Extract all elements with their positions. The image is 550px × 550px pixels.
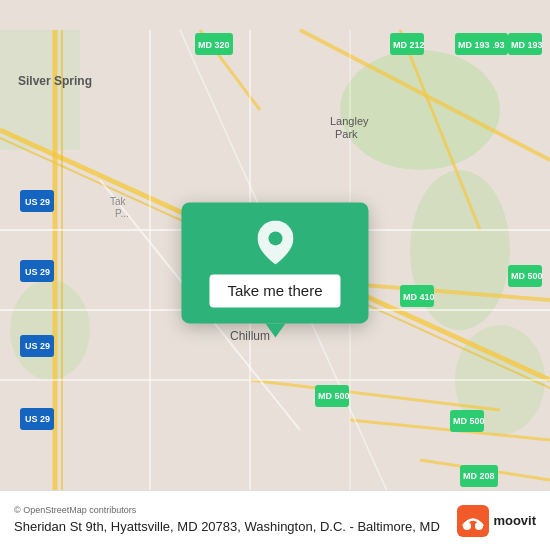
svg-text:P...: P... (115, 208, 129, 219)
svg-text:MD 193: MD 193 (511, 40, 543, 50)
svg-rect-4 (0, 30, 80, 150)
svg-text:Silver Spring: Silver Spring (18, 74, 92, 88)
svg-text:MD 500: MD 500 (511, 271, 543, 281)
svg-text:Tak: Tak (110, 196, 127, 207)
svg-text:Langley: Langley (330, 115, 369, 127)
svg-text:Park: Park (335, 128, 358, 140)
moovit-icon (457, 505, 489, 537)
svg-point-1 (340, 50, 500, 170)
svg-text:US 29: US 29 (25, 267, 50, 277)
location-pin-icon (257, 220, 293, 264)
svg-text:MD 193: MD 193 (458, 40, 490, 50)
map-container: US 29 US 29 US 29 US 29 MD 320 MD 193 MD… (0, 0, 550, 550)
popup-card: Take me there (181, 202, 368, 323)
moovit-logo: moovit (457, 505, 536, 537)
svg-point-55 (268, 231, 282, 245)
svg-text:MD 212: MD 212 (393, 40, 425, 50)
svg-text:MD 208: MD 208 (463, 471, 495, 481)
popup-tail (265, 323, 285, 337)
svg-text:US 29: US 29 (25, 197, 50, 207)
take-me-there-button[interactable]: Take me there (209, 274, 340, 307)
svg-text:US 29: US 29 (25, 341, 50, 351)
svg-rect-56 (457, 505, 489, 537)
svg-text:MD 500: MD 500 (453, 416, 485, 426)
address-label: Sheridan St 9th, Hyattsville, MD 20783, … (14, 518, 447, 536)
moovit-label: moovit (493, 513, 536, 528)
map-attribution: © OpenStreetMap contributors (14, 505, 447, 515)
svg-text:MD 320: MD 320 (198, 40, 230, 50)
bottom-bar-info: © OpenStreetMap contributors Sheridan St… (14, 505, 447, 536)
bottom-bar: © OpenStreetMap contributors Sheridan St… (0, 490, 550, 550)
svg-text:MD 500: MD 500 (318, 391, 350, 401)
svg-text:MD 410: MD 410 (403, 292, 435, 302)
svg-point-3 (10, 280, 90, 380)
svg-text:US 29: US 29 (25, 414, 50, 424)
